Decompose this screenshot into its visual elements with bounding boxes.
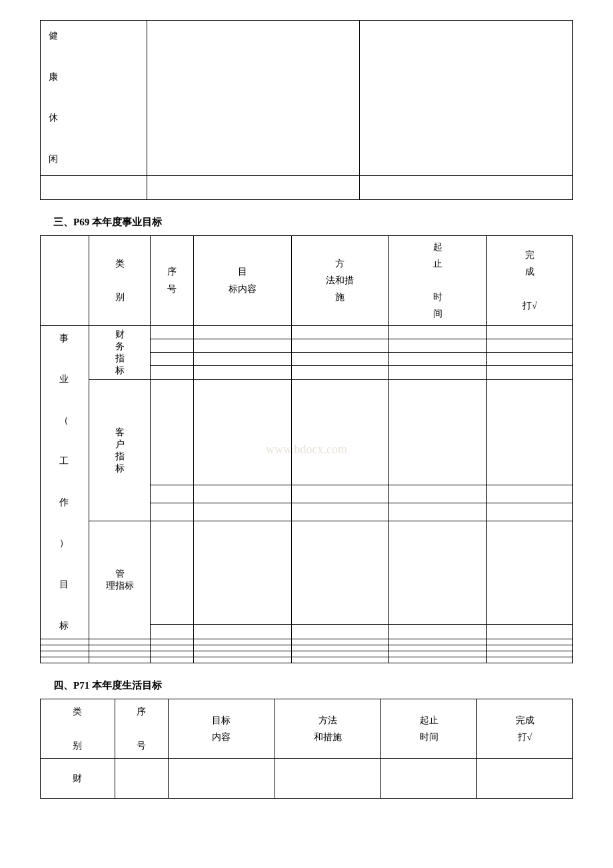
bottom-cell-1 xyxy=(41,175,147,199)
method-cell xyxy=(291,485,389,503)
extra-cell xyxy=(487,645,573,651)
content-cell xyxy=(193,339,291,352)
table-row: 管理指标 xyxy=(41,521,573,624)
extra-cell xyxy=(487,657,573,663)
method-cell xyxy=(291,325,389,339)
table-row xyxy=(41,657,573,663)
extra-cell xyxy=(193,639,291,645)
done-cell xyxy=(487,503,573,521)
page-container: 健康休闲 三、P69 本年度事业目标 www.bdocx.com 类别 序号 xyxy=(40,20,573,799)
done-cell xyxy=(487,339,573,352)
method-cell xyxy=(291,503,389,521)
health-leisure-cell: 健康休闲 xyxy=(41,21,147,176)
extra-cell xyxy=(487,651,573,657)
seq-cell xyxy=(151,339,193,352)
method-cell xyxy=(291,353,389,366)
section4-heading: 四、P71 本年度生活目标 xyxy=(40,679,573,692)
s4-content-cell xyxy=(168,759,275,799)
time-cell xyxy=(389,339,487,352)
time-cell xyxy=(389,521,487,624)
table-row xyxy=(41,639,573,645)
done-cell xyxy=(487,325,573,339)
type-cell-customer: 客户指标 xyxy=(89,379,151,521)
done-cell xyxy=(487,379,573,485)
extra-cell xyxy=(487,639,573,645)
content-cell xyxy=(193,353,291,366)
table-row xyxy=(41,645,573,651)
done-cell xyxy=(487,366,573,379)
extra-cell xyxy=(41,645,89,651)
extra-cell xyxy=(389,651,487,657)
s4-header-done: 完成打√ xyxy=(477,699,573,759)
method-cell xyxy=(291,379,389,485)
header-col-method: 方法和措施 xyxy=(291,235,389,325)
done-cell xyxy=(487,624,573,639)
s4-time-cell xyxy=(381,759,477,799)
top-table: 健康休闲 xyxy=(40,20,573,200)
seq-cell xyxy=(151,379,193,485)
type-cell-finance: 财务指标 xyxy=(89,325,151,379)
table-row: 事业（工作）目标 财务指标 xyxy=(41,325,573,339)
extra-cell xyxy=(389,657,487,663)
extra-cell xyxy=(193,651,291,657)
extra-cell xyxy=(89,639,151,645)
extra-cell xyxy=(291,651,389,657)
seq-cell xyxy=(151,503,193,521)
s4-header-time: 起止时间 xyxy=(381,699,477,759)
type-cell-mgmt: 管理指标 xyxy=(89,521,151,639)
header-col0 xyxy=(41,235,89,325)
s4-done-cell xyxy=(477,759,573,799)
extra-cell xyxy=(41,651,89,657)
content-cell xyxy=(193,521,291,624)
header-col-type: 类别 xyxy=(89,235,151,325)
content-cell xyxy=(193,379,291,485)
extra-cell xyxy=(389,645,487,651)
s4-seq-cell xyxy=(115,759,168,799)
extra-cell xyxy=(193,657,291,663)
content-cell xyxy=(193,485,291,503)
s4-type-cell: 财 xyxy=(41,759,115,799)
extra-cell xyxy=(291,639,389,645)
table-row: 财 xyxy=(41,759,573,799)
method-cell xyxy=(291,624,389,639)
section3-table: 类别 序号 目标内容 方法和措施 起止时间 完成打√ 事业（工作）目标 财务指标 xyxy=(40,235,573,664)
done-cell xyxy=(487,353,573,366)
seq-cell xyxy=(151,485,193,503)
table-row xyxy=(41,651,573,657)
extra-cell xyxy=(89,657,151,663)
seq-cell xyxy=(151,624,193,639)
method-cell xyxy=(291,521,389,624)
seq-cell xyxy=(151,521,193,624)
time-cell xyxy=(389,624,487,639)
left-merged-cell: 事业（工作）目标 xyxy=(41,325,89,639)
extra-cell xyxy=(151,657,193,663)
bottom-cell-2 xyxy=(147,175,360,199)
done-cell xyxy=(487,485,573,503)
section3-heading: 三、P69 本年度事业目标 xyxy=(40,216,573,229)
table-row: 健康休闲 xyxy=(41,21,573,176)
method-cell xyxy=(291,366,389,379)
time-cell xyxy=(389,353,487,366)
extra-cell xyxy=(89,645,151,651)
header-col-seq: 序号 xyxy=(151,235,193,325)
extra-cell xyxy=(193,645,291,651)
header-col-time: 起止时间 xyxy=(389,235,487,325)
seq-cell xyxy=(151,353,193,366)
time-cell xyxy=(389,485,487,503)
content-cell xyxy=(193,325,291,339)
s4-header-seq: 序号 xyxy=(115,699,168,759)
seq-cell xyxy=(151,325,193,339)
s4-header-method: 方法和措施 xyxy=(275,699,381,759)
section3-container: www.bdocx.com 类别 序号 目标内容 方法和措施 起止时间 完成打√… xyxy=(40,235,573,664)
content-cell xyxy=(193,624,291,639)
method-cell xyxy=(291,339,389,352)
header-col-content: 目标内容 xyxy=(193,235,291,325)
empty-cell-2 xyxy=(360,21,573,176)
section4-table: 类别 序号 目标内容 方法和措施 起止时间 完成打√ 财 xyxy=(40,699,573,799)
extra-cell xyxy=(89,651,151,657)
content-cell xyxy=(193,503,291,521)
seq-cell xyxy=(151,366,193,379)
table-row: 类别 序号 目标内容 方法和措施 起止时间 完成打√ xyxy=(41,699,573,759)
extra-cell xyxy=(389,639,487,645)
table-row: 类别 序号 目标内容 方法和措施 起止时间 完成打√ xyxy=(41,235,573,325)
